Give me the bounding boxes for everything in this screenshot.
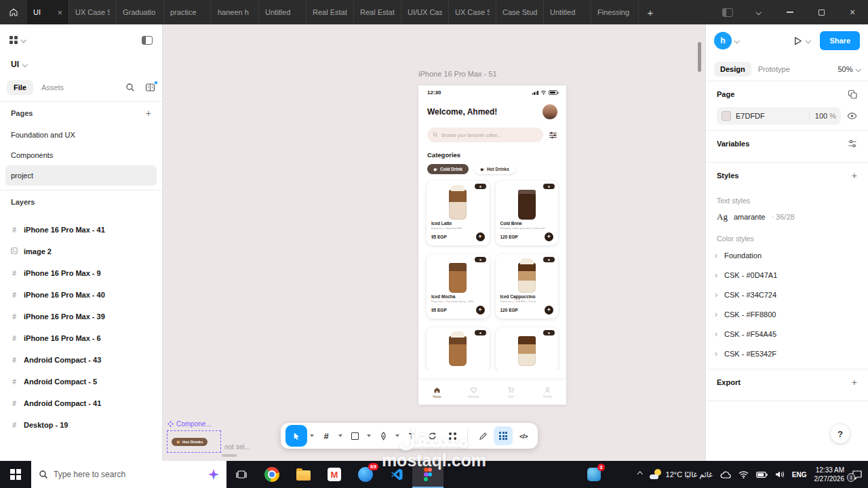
page-item-selected[interactable]: project (5, 165, 157, 186)
wifi-icon[interactable] (738, 471, 749, 479)
frame-label[interactable]: iPhone 16 Pro Max - 51 (418, 70, 497, 78)
layer-row[interactable]: #Desktop - 19 (0, 414, 162, 436)
tab-document[interactable]: practice (164, 0, 212, 24)
color-hex-value[interactable]: E7DFDF (736, 112, 804, 120)
language-indicator[interactable]: ENG (792, 471, 807, 479)
color-style-row[interactable]: ›CSK - #0D47A1 (706, 265, 868, 285)
share-button[interactable]: Share (820, 31, 860, 50)
chevron-right-icon[interactable]: › (713, 329, 719, 339)
coffee-search-bar[interactable]: Browse your favourite coffee... (427, 127, 543, 142)
tab-document[interactable]: UI/UX Cas (401, 0, 449, 24)
color-style-row[interactable]: ›CSK - #E5342F (706, 344, 868, 363)
dev-mode-button[interactable]: </> (514, 426, 533, 445)
action-center-button[interactable]: 1 (852, 470, 863, 480)
add-style-button[interactable]: + (852, 170, 857, 181)
taskbar-app-messenger[interactable]: 3 (580, 461, 608, 488)
layer-row[interactable]: #iPhone 16 Pro Max - 9 (0, 262, 162, 284)
chevron-down-icon[interactable] (367, 434, 371, 437)
shape-tool[interactable] (345, 426, 364, 445)
product-card[interactable]: Iced Cappuccino Espresso + Cold Milk + F… (496, 254, 559, 319)
tab-file[interactable]: File (7, 80, 33, 95)
layer-row[interactable]: #Android Compact - 43 (0, 349, 162, 371)
onedrive-cloud-icon[interactable] (720, 471, 731, 479)
volume-icon[interactable] (775, 470, 785, 479)
user-avatar[interactable] (542, 104, 557, 119)
task-view-button[interactable] (226, 461, 256, 488)
text-tool[interactable]: T (402, 426, 421, 445)
move-tool[interactable] (285, 425, 307, 447)
tab-document[interactable]: UX Case S (69, 0, 117, 24)
layer-row[interactable]: #Android Compact - 41 (0, 392, 162, 414)
color-style-row[interactable]: ›CSK - #FF8800 (706, 304, 868, 324)
layer-row[interactable]: #iPhone 16 Pro Max - 39 (0, 306, 162, 327)
color-style-row[interactable]: ›CSK - #34C724 (706, 285, 868, 304)
adjustments-icon[interactable] (848, 139, 857, 148)
tab-document[interactable]: Finessing (591, 0, 639, 24)
product-card[interactable]: Iced Mocha Espresso + Chocolate Syrup + … (427, 254, 490, 319)
tab-document[interactable]: haneen h (212, 0, 259, 24)
search-input[interactable] (54, 470, 203, 479)
add-to-cart-button[interactable]: + (476, 306, 485, 314)
add-page-button[interactable]: + (146, 108, 151, 119)
toggle-sidebar-icon[interactable] (142, 36, 153, 45)
phone-design-frame[interactable]: 12:30 Welcome, Ahmed! Browse your favour… (418, 85, 566, 405)
tab-ui[interactable]: UI × (27, 0, 69, 24)
close-tab-icon[interactable]: × (57, 8, 62, 17)
page-item[interactable]: Foundation and UX (5, 125, 157, 145)
nav-home[interactable]: Home (418, 380, 456, 405)
product-card-partial[interactable] (496, 327, 559, 370)
chevron-right-icon[interactable]: › (713, 310, 719, 319)
chevron-down-icon[interactable] (338, 434, 342, 437)
user-avatar[interactable]: h (714, 32, 732, 49)
taskbar-app-gmail[interactable]: M (319, 461, 350, 488)
layer-row[interactable]: #iPhone 16 Pro Max - 40 (0, 284, 162, 306)
tab-document[interactable]: Graduatio (117, 0, 164, 24)
maximize-button[interactable] (806, 0, 837, 24)
actions-tool[interactable] (422, 426, 441, 445)
tab-design[interactable]: Design (714, 62, 751, 77)
design-mode-button[interactable] (494, 426, 513, 445)
resources-tool[interactable] (443, 426, 462, 445)
window-panel-icon[interactable] (712, 0, 743, 24)
tab-document[interactable]: Real Estat (307, 0, 354, 24)
chevron-down-icon[interactable] (310, 434, 314, 437)
chevron-right-icon[interactable]: › (713, 251, 719, 260)
chevron-right-icon[interactable]: › (713, 290, 719, 300)
tab-prototype[interactable]: Prototype (758, 65, 790, 73)
home-tab-button[interactable] (0, 0, 27, 24)
page-color-field[interactable]: E7DFDF 100 % (717, 107, 841, 125)
add-to-cart-button[interactable]: + (545, 232, 553, 241)
add-to-cart-button[interactable]: + (476, 232, 485, 241)
nav-favorite[interactable]: Favorite (456, 380, 493, 405)
tab-document[interactable]: Real Estat (354, 0, 401, 24)
pen-tool[interactable] (374, 426, 393, 445)
chevron-down-icon[interactable] (734, 38, 740, 43)
start-button[interactable] (0, 461, 31, 488)
weather-widget[interactable]: 12°C غائم غالبًا (650, 469, 713, 480)
product-card-partial[interactable] (427, 327, 490, 370)
layer-row[interactable]: #Android Compact - 5 (0, 371, 162, 392)
color-style-row[interactable]: ›Foundation (706, 245, 868, 265)
canvas-horizontal-scrollbar[interactable] (222, 454, 237, 457)
category-chip-cold-drink[interactable]: Cold Drink (427, 164, 469, 174)
add-to-cart-button[interactable]: + (545, 306, 553, 314)
frame-tool[interactable]: # (317, 426, 336, 445)
tab-document[interactable]: Untitled (259, 0, 307, 24)
library-icon[interactable] (145, 83, 155, 92)
help-button[interactable]: ? (831, 424, 850, 443)
draw-mode-button[interactable] (473, 426, 492, 445)
taskbar-clock[interactable]: 12:33 AM 2/27/2026 (814, 466, 845, 483)
show-hidden-icons-chevron[interactable] (637, 472, 643, 477)
layer-row[interactable]: #iPhone 16 Pro Max - 6 (0, 327, 162, 349)
page-item[interactable]: Components (5, 145, 157, 165)
add-export-button[interactable]: + (852, 377, 857, 388)
taskbar-app-figma[interactable] (412, 461, 443, 488)
layer-row[interactable]: image 2 (0, 241, 162, 262)
taskbar-app-vscode[interactable] (381, 461, 412, 488)
search-icon[interactable] (125, 83, 135, 92)
nav-cart[interactable]: Cart (492, 380, 530, 405)
chevron-right-icon[interactable]: › (713, 349, 719, 359)
color-style-row[interactable]: ›CSK - #F54A45 (706, 324, 868, 344)
taskbar-app-file-explorer[interactable] (288, 461, 319, 488)
category-chip-hot-drinks[interactable]: Hot Drinks (474, 164, 515, 174)
